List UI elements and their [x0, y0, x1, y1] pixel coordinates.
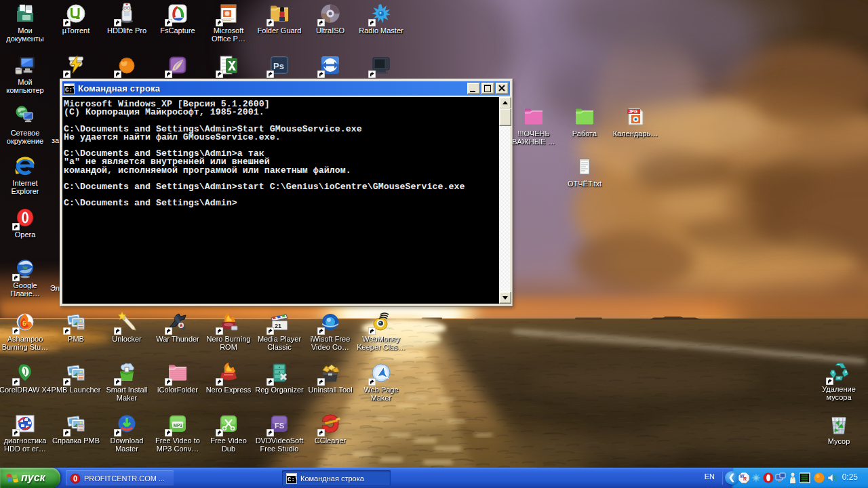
svg-text:JPG: JPG: [629, 109, 637, 114]
svg-text:C:\: C:\: [288, 476, 297, 483]
svg-text:R: R: [743, 476, 747, 481]
svg-text:MP3: MP3: [174, 423, 183, 428]
svg-text:FS: FS: [275, 422, 284, 430]
svg-text:Ps: Ps: [273, 61, 284, 71]
svg-text:21: 21: [275, 323, 281, 329]
svg-text:6: 6: [22, 320, 26, 327]
svg-text:C:\: C:\: [65, 87, 75, 94]
